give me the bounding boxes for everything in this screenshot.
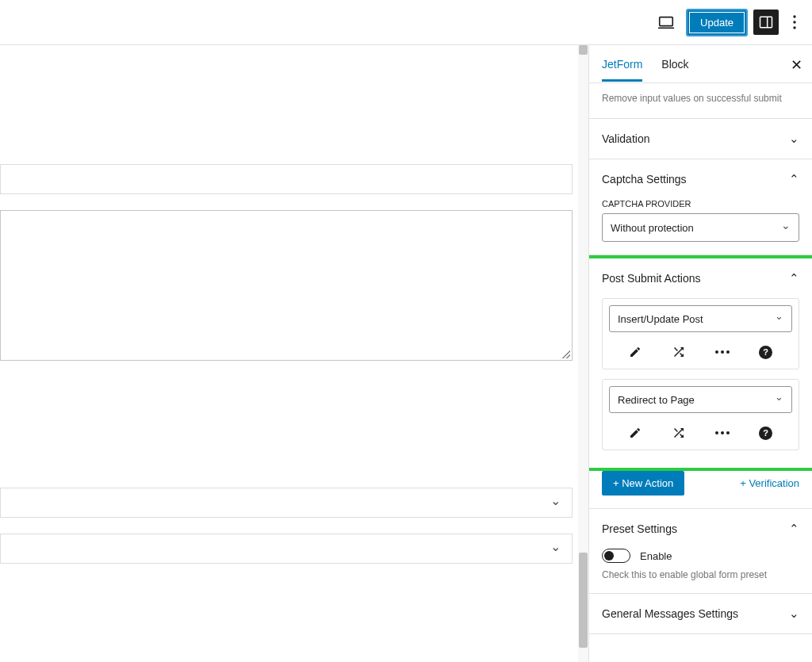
- action-type-value: Insert/Update Post: [618, 313, 703, 325]
- action-type-select[interactable]: Redirect to Page: [609, 386, 792, 413]
- svg-point-2: [793, 15, 795, 17]
- form-textarea-field[interactable]: [0, 210, 573, 361]
- svg-point-8: [715, 431, 718, 434]
- settings-sidebar: JetForm Block ✕ Remove input values on s…: [588, 45, 812, 662]
- form-text-field[interactable]: [0, 164, 573, 194]
- editor-canvas: [0, 45, 588, 662]
- preset-enable-row: Enable: [589, 549, 812, 569]
- captcha-provider-label: CAPTCHA PROVIDER: [602, 199, 799, 209]
- svg-rect-1: [760, 17, 772, 27]
- action-type-select[interactable]: Insert/Update Post: [609, 305, 792, 332]
- help-icon[interactable]: ?: [757, 424, 775, 442]
- scrollbar-track: [578, 45, 588, 662]
- tab-jetform[interactable]: JetForm: [602, 47, 642, 82]
- panel-title: Validation: [602, 132, 649, 145]
- svg-point-4: [793, 26, 795, 29]
- svg-point-10: [726, 431, 730, 434]
- chevron-up-icon: ⌃: [789, 271, 799, 285]
- action-type-value: Redirect to Page: [618, 394, 695, 406]
- update-button[interactable]: Update: [687, 10, 747, 36]
- panel-title: Post Submit Actions: [602, 272, 701, 285]
- svg-point-5: [715, 350, 718, 354]
- panel-title: Captcha Settings: [602, 173, 687, 186]
- more-icon[interactable]: [714, 343, 731, 361]
- chevron-up-icon: ⌃: [789, 522, 799, 536]
- more-icon[interactable]: [714, 424, 731, 442]
- preset-enable-label: Enable: [640, 550, 672, 562]
- preset-enable-toggle[interactable]: [602, 549, 630, 563]
- svg-point-3: [793, 21, 795, 23]
- shuffle-icon[interactable]: [670, 424, 688, 442]
- svg-point-7: [726, 350, 730, 354]
- panel-preset[interactable]: Preset Settings ⌃: [589, 509, 812, 549]
- edit-icon[interactable]: [626, 424, 644, 442]
- panel-description: Remove input values on successful submit: [589, 83, 812, 119]
- shuffle-icon[interactable]: [670, 343, 688, 361]
- svg-point-6: [721, 350, 724, 354]
- scrollbar-thumb[interactable]: [579, 553, 588, 648]
- form-select-field[interactable]: [0, 488, 573, 518]
- captcha-provider-value: Without protection: [611, 222, 694, 234]
- form-select-field[interactable]: [0, 534, 573, 564]
- panel-captcha[interactable]: Captcha Settings ⌃: [589, 159, 812, 199]
- panel-messages[interactable]: General Messages Settings ⌄: [589, 594, 812, 634]
- post-submit-footer: + New Action + Verification: [589, 471, 812, 509]
- sidebar-toggle-button[interactable]: [753, 10, 779, 35]
- tab-block[interactable]: Block: [661, 47, 688, 82]
- more-menu-icon[interactable]: [785, 8, 804, 36]
- editor-top-bar: Update: [0, 0, 812, 45]
- panel-captcha-body: CAPTCHA PROVIDER Without protection: [589, 199, 812, 255]
- panel-title: Preset Settings: [602, 522, 677, 535]
- chevron-down-icon: ⌄: [789, 607, 799, 621]
- svg-rect-0: [660, 17, 673, 26]
- chevron-down-icon: ⌄: [789, 132, 799, 146]
- panel-validation[interactable]: Validation ⌄: [589, 119, 812, 159]
- device-preview-icon[interactable]: [652, 8, 680, 36]
- close-sidebar-icon[interactable]: ✕: [791, 56, 802, 74]
- action-card: Redirect to Page ?: [602, 379, 799, 450]
- action-card: Insert/Update Post ?: [602, 298, 799, 369]
- preset-help-text: Check this to enable global form preset: [589, 569, 812, 594]
- new-action-button[interactable]: + New Action: [602, 471, 684, 496]
- svg-point-9: [721, 431, 724, 434]
- help-icon[interactable]: ?: [757, 343, 775, 361]
- captcha-provider-select[interactable]: Without protection: [602, 213, 799, 242]
- edit-icon[interactable]: [626, 343, 644, 361]
- verification-link[interactable]: + Verification: [740, 477, 799, 489]
- sidebar-tabs: JetForm Block ✕: [589, 45, 812, 83]
- panel-post-submit[interactable]: Post Submit Actions ⌃: [589, 258, 812, 298]
- chevron-up-icon: ⌃: [789, 172, 799, 186]
- scroll-up-arrow[interactable]: [579, 45, 588, 55]
- panel-title: General Messages Settings: [602, 607, 738, 620]
- post-submit-highlight: Post Submit Actions ⌃ Insert/Update Post…: [588, 255, 812, 471]
